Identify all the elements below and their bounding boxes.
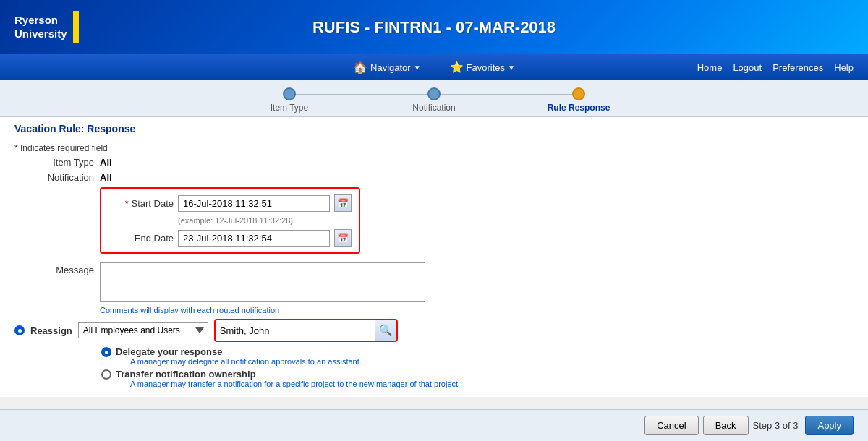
reassign-label: Reassign bbox=[30, 325, 72, 336]
item-type-row: Item Type All bbox=[14, 157, 854, 168]
item-type-value: All bbox=[100, 157, 112, 168]
footer-bar: Cancel Back Step 3 of 3 Apply bbox=[0, 409, 868, 441]
step-label-notification: Notification bbox=[412, 103, 455, 113]
delegate-option: Delegate your response A manager may del… bbox=[101, 346, 854, 366]
start-date-hint: (example: 12-Jul-2018 11:32:28) bbox=[178, 216, 352, 225]
reassign-radio[interactable] bbox=[14, 325, 25, 335]
step-dot-item-type bbox=[283, 87, 296, 100]
logo-bar bbox=[73, 11, 79, 43]
nav-right: Home Logout Preferences Help bbox=[697, 62, 854, 73]
start-date-input[interactable] bbox=[178, 195, 330, 212]
help-link[interactable]: Help bbox=[834, 62, 854, 73]
date-group: Start Date 📅 (example: 12-Jul-2018 11:32… bbox=[100, 187, 360, 254]
transfer-label: Transfer notification ownership bbox=[116, 369, 460, 380]
nav-bar: 🏠 Navigator ▼ ⭐ Favorites ▼ Home Logout … bbox=[0, 54, 868, 80]
start-date-label: Start Date bbox=[109, 198, 174, 209]
date-section: Start Date 📅 (example: 12-Jul-2018 11:32… bbox=[14, 187, 854, 258]
favorites-menu[interactable]: ⭐ Favorites ▼ bbox=[450, 61, 515, 74]
logout-link[interactable]: Logout bbox=[733, 62, 762, 73]
delegate-hint: A manager may delegate all notification … bbox=[130, 357, 362, 366]
search-button[interactable]: 🔍 bbox=[375, 320, 396, 341]
message-area-wrapper: Comments will display with each routed n… bbox=[100, 262, 425, 314]
search-group: 🔍 bbox=[214, 319, 398, 342]
end-date-row: End Date 📅 bbox=[109, 229, 352, 247]
end-date-label: End Date bbox=[109, 233, 174, 244]
step-rule-response[interactable]: Rule Response bbox=[506, 87, 651, 113]
notification-value: All bbox=[100, 172, 112, 183]
step-dot-rule-response bbox=[572, 87, 585, 100]
transfer-option: Transfer notification ownership A manage… bbox=[101, 369, 854, 388]
back-button[interactable]: Back bbox=[703, 416, 749, 435]
required-note: * Indicates required field bbox=[14, 143, 854, 153]
search-input[interactable] bbox=[216, 322, 375, 339]
delegate-label: Delegate your response bbox=[116, 346, 362, 357]
navigator-arrow: ▼ bbox=[414, 64, 421, 72]
transfer-text-area: Transfer notification ownership A manage… bbox=[116, 369, 460, 388]
logo-text: Ryerson University bbox=[14, 14, 67, 41]
step-counter: Step 3 of 3 bbox=[753, 420, 799, 431]
transfer-radio[interactable] bbox=[101, 369, 111, 380]
notification-label: Notification bbox=[14, 172, 94, 183]
step-notification[interactable]: Notification bbox=[362, 87, 506, 113]
logo-area: Ryerson University bbox=[14, 11, 79, 43]
delegate-text-area: Delegate your response A manager may del… bbox=[116, 346, 362, 366]
content-area: Vacation Rule: Response * Indicates requ… bbox=[0, 117, 868, 397]
reassign-select[interactable]: All Employees and Users All Employees Al… bbox=[78, 322, 208, 338]
item-type-label: Item Type bbox=[14, 157, 94, 168]
transfer-hint: A manager may transfer a notification fo… bbox=[130, 380, 460, 388]
preferences-link[interactable]: Preferences bbox=[773, 62, 823, 73]
message-row: Message Comments will display with each … bbox=[14, 262, 854, 314]
start-date-calendar-btn[interactable]: 📅 bbox=[334, 194, 352, 212]
message-hint: Comments will display with each routed n… bbox=[100, 306, 425, 314]
reassign-row: Reassign All Employees and Users All Emp… bbox=[14, 319, 854, 342]
cancel-button[interactable]: Cancel bbox=[644, 416, 698, 435]
step-dot-notification bbox=[427, 87, 441, 100]
message-textarea[interactable] bbox=[100, 262, 425, 302]
step-item-type[interactable]: Item Type bbox=[217, 87, 362, 113]
notification-row: Notification All bbox=[14, 172, 854, 183]
message-label: Message bbox=[14, 262, 94, 275]
navigator-menu[interactable]: 🏠 Navigator ▼ bbox=[353, 61, 421, 74]
step-label-rule-response: Rule Response bbox=[548, 103, 610, 113]
page-title: RUFIS - FINTRN1 - 07-MAR-2018 bbox=[312, 18, 556, 37]
steps-bar: Item Type Notification Rule Response bbox=[0, 80, 868, 117]
apply-button[interactable]: Apply bbox=[805, 416, 854, 435]
delegate-radio[interactable] bbox=[101, 347, 111, 357]
start-date-row: Start Date 📅 bbox=[109, 194, 352, 212]
end-date-input[interactable] bbox=[178, 230, 330, 247]
header-top: Ryerson University RUFIS - FINTRN1 - 07-… bbox=[0, 0, 868, 54]
end-date-calendar-btn[interactable]: 📅 bbox=[334, 229, 352, 247]
step-label-item-type: Item Type bbox=[271, 103, 308, 113]
home-link[interactable]: Home bbox=[697, 62, 723, 73]
delegate-section: Delegate your response A manager may del… bbox=[101, 346, 854, 388]
section-title: Vacation Rule: Response bbox=[14, 123, 854, 137]
favorites-arrow: ▼ bbox=[508, 64, 515, 72]
